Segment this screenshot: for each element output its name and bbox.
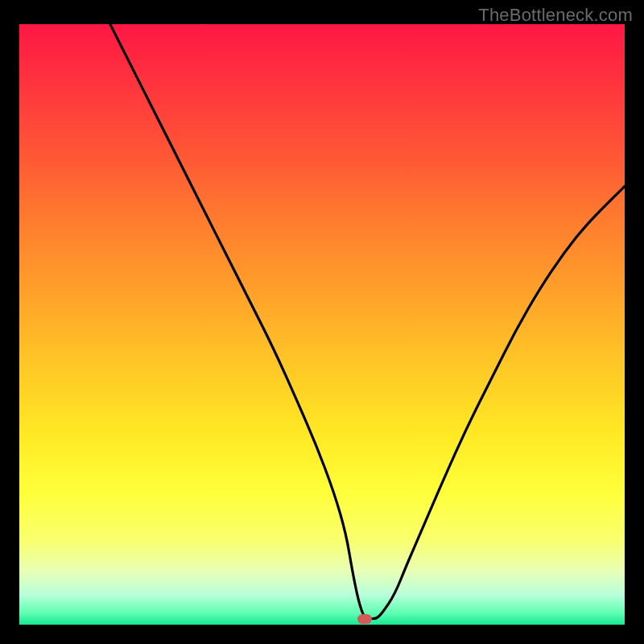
curve-svg [19, 24, 625, 625]
optimal-point-marker [357, 614, 372, 624]
watermark-text: TheBottleneck.com [478, 5, 633, 26]
chart-frame: TheBottleneck.com [0, 0, 644, 644]
plot-area [19, 24, 625, 625]
bottleneck-curve [110, 24, 625, 619]
